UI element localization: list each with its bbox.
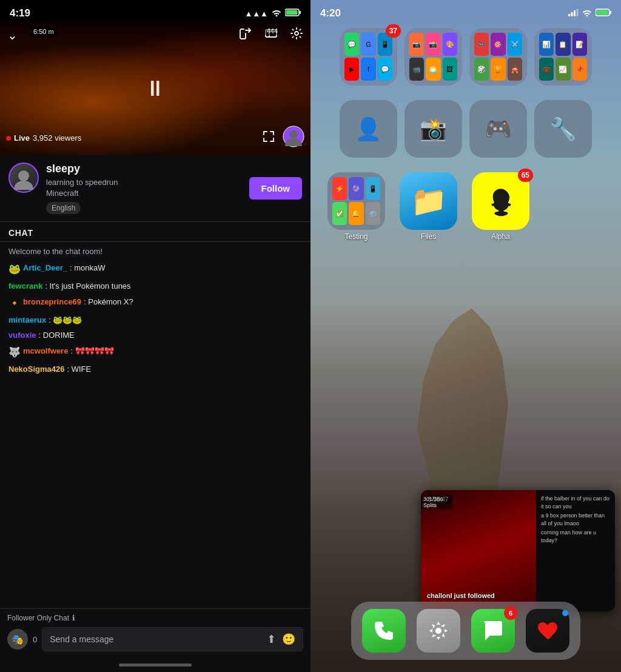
chat-input-area: Follower Only Chat ℹ 🎭 0 Send a message … — [0, 608, 310, 657]
status-icons-right — [568, 8, 611, 18]
chat-text-6: : 🎀🎀🎀🎀 — [70, 345, 113, 357]
app-item-social-folder[interactable]: 💬 G 📱 ▶ f 💬 37 — [340, 28, 397, 88]
settings-icon[interactable] — [290, 27, 303, 43]
dock-item-health[interactable] — [526, 609, 569, 653]
svg-point-8 — [18, 170, 29, 181]
app-row-3: ⚡ 🔮 📱 ✅ 🔔 ⚙️ Testing 📁 — [323, 172, 609, 241]
time-right: 4:20 — [320, 7, 341, 19]
floating-score: 301/386 Splits — [421, 495, 452, 509]
chat-message-5: vufoxie : DORIME — [8, 329, 302, 341]
chat-username-5[interactable]: vufoxie — [8, 329, 36, 341]
app-item-testing[interactable]: ⚡ 🔮 📱 ✅ 🔔 ⚙️ Testing — [327, 172, 385, 241]
chat-emote-icon-3: 🔸 — [8, 296, 21, 311]
chat-emote-icon-6: 🐺 — [8, 345, 21, 360]
chat-username-1[interactable]: Artic_Deer_ — [23, 262, 67, 274]
app-item-work-folder[interactable]: 📊 📋 📝 💼 📈 📌 — [534, 28, 592, 88]
fullscreen-icon[interactable] — [262, 130, 275, 146]
games-folder-icon: 🎮 🎯 ⚔️ 🎲 🏆 🎪 — [469, 28, 527, 86]
app-item-photo-folder[interactable]: 📷 📸 🎨 📹 🌅 🖼 — [404, 28, 462, 88]
svg-point-16 — [435, 628, 441, 634]
chat-text-1: : monkaW — [70, 262, 106, 274]
app-item-files[interactable]: 📁 Files — [400, 172, 457, 241]
testing-folder-icon: ⚡ 🔮 📱 ✅ 🔔 ⚙️ — [327, 172, 385, 230]
follow-button[interactable]: Follow — [249, 177, 303, 200]
chat-messages: Welcome to the chat room! 🐸 Artic_Deer_ … — [0, 242, 310, 608]
tools-icon: 🔧 — [534, 100, 592, 158]
app-row-1: 💬 G 📱 ▶ f 💬 37 — [323, 28, 609, 88]
info-icon: ℹ — [72, 614, 75, 622]
chat-text-4: : 🐸🐸🐸 — [49, 314, 82, 326]
chat-text-2: : It's just Pokémon tunes — [45, 280, 130, 292]
chat-username-7[interactable]: NekoSigma426 — [8, 363, 65, 375]
language-badge[interactable]: English — [46, 202, 81, 214]
svg-rect-2 — [300, 11, 301, 14]
chat-message-3: 🔸 bronzeprince69 : Pokémon X? — [8, 296, 302, 311]
app-item-controller[interactable]: 🎮 — [469, 100, 527, 160]
chevron-down-icon[interactable]: ⌄ — [7, 28, 18, 42]
chat-message-7: NekoSigma426 : WIFE — [8, 363, 302, 375]
pause-button[interactable]: ⏸ — [144, 76, 166, 101]
floating-chat-1: if the balber in of you can do it so can… — [541, 495, 610, 510]
app-item-util2[interactable]: 📸 — [404, 100, 462, 160]
floating-video-preview[interactable]: 5:55.47 301/386 Splits challonl just fol… — [421, 490, 615, 611]
battery-icon-left — [285, 8, 301, 18]
chat-username-4[interactable]: mintaerux — [8, 314, 46, 326]
user-avatar-small: 🎭 — [7, 629, 28, 650]
chat-input-box[interactable]: Send a message ⬆ 🙂 — [42, 627, 303, 651]
svg-rect-10 — [571, 12, 573, 16]
home-bar — [119, 664, 192, 667]
app-item-util1[interactable]: 👤 — [340, 100, 397, 160]
time-left: 4:19 — [10, 7, 30, 19]
streamer-info: sleepy learning to speedrun Minecraft En… — [0, 155, 310, 222]
chat-input-icons: ⬆ 🙂 — [267, 633, 295, 646]
dock-item-messages[interactable]: 6 — [471, 609, 515, 653]
floating-chat-2: a 9 box person better than all of you lm… — [541, 512, 610, 527]
chat-username-2[interactable]: fewcrank — [8, 280, 42, 292]
video-player[interactable]: ⌄ 6:50 m ⏸ 444 Live 3,952 viewers — [0, 22, 310, 155]
ios-homescreen: 4:20 💬 G 📱 — [310, 0, 621, 672]
chat-username-3[interactable]: bronzeprince69 — [23, 296, 81, 308]
photo-folder-icon: 📷 📸 🎨 📹 🌅 🖼 — [404, 28, 462, 86]
settings-gear-icon — [417, 609, 460, 653]
signal-icon-right — [568, 9, 579, 18]
streamer-avatar[interactable] — [8, 163, 39, 193]
svg-point-5 — [295, 32, 298, 35]
chat-header: CHAT — [0, 222, 310, 242]
chat-text-3: : Pokémon X? — [84, 296, 133, 308]
emoji-icon[interactable]: 🙂 — [282, 633, 295, 646]
svg-rect-11 — [574, 10, 576, 16]
chat-message-1: 🐸 Artic_Deer_ : monkaW — [8, 262, 302, 277]
app-item-tools[interactable]: 🔧 — [534, 100, 592, 160]
svg-rect-1 — [286, 10, 298, 15]
svg-rect-14 — [597, 10, 608, 15]
send-icon[interactable]: ⬆ — [267, 633, 276, 646]
video-timestamp: 6:50 m — [30, 27, 57, 36]
home-indicator — [0, 657, 310, 672]
share-icon[interactable] — [239, 27, 252, 43]
chat-emote-icon-1: 🐸 — [8, 262, 21, 277]
dock-item-phone[interactable] — [362, 609, 406, 653]
live-dot — [6, 136, 11, 141]
chat-username-6[interactable]: mcwolfwere — [23, 345, 68, 357]
app-item-snapchat-alpha[interactable]: 65 Alpha — [472, 172, 529, 241]
work-folder-icon: 📊 📋 📝 💼 📈 📌 — [534, 28, 592, 86]
app-item-games-folder[interactable]: 🎮 🎯 ⚔️ 🎲 🏆 🎪 — [469, 28, 527, 88]
health-icon — [526, 609, 569, 653]
wifi-icon-left — [272, 9, 281, 18]
phone-icon — [362, 609, 406, 653]
battery-icon-right — [596, 8, 611, 18]
streamer-avatar-video — [283, 126, 304, 150]
streamer-details: sleepy learning to speedrun Minecraft En… — [46, 163, 242, 214]
chat-count: 0 — [33, 635, 37, 644]
chat-welcome-message: Welcome to the chat room! — [8, 247, 302, 256]
app-label-alpha: Alpha — [491, 232, 510, 241]
ios-dock: 6 — [351, 602, 580, 660]
streamer-name[interactable]: sleepy — [46, 163, 242, 175]
app-label-files: Files — [421, 232, 436, 241]
chat-text-7: : WIFE — [67, 363, 92, 375]
util1-icon: 👤 — [340, 100, 397, 158]
dock-item-settings[interactable] — [417, 609, 460, 653]
svg-rect-9 — [568, 14, 570, 16]
floating-chat-3: coming man how are u today? — [541, 529, 610, 544]
chat-message-2: fewcrank : It's just Pokémon tunes — [8, 280, 302, 292]
